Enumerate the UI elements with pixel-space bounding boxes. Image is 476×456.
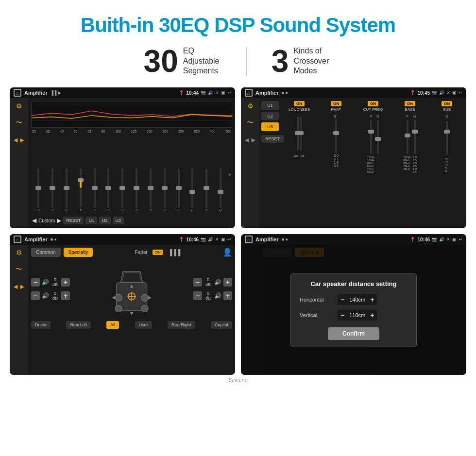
balance-bottom-btns: Driver RearLeft All User RearRight Copil… (31, 321, 232, 329)
back-icon-4[interactable]: ↩ (459, 237, 462, 242)
vertical-minus-btn[interactable]: − (340, 311, 344, 319)
pause-icon-1: ▐▐ ▶ (51, 90, 61, 95)
back-icon-2[interactable]: ↩ (459, 90, 462, 95)
channel-loudness: ON LOUDNESS 64 64 (282, 101, 317, 173)
eq-tune-icon[interactable]: ⚙ (16, 102, 22, 110)
eq-slider-2[interactable]: 0 (46, 169, 59, 212)
confirm-button[interactable]: Confirm (328, 327, 379, 340)
eq-slider-1[interactable]: 0 (32, 169, 45, 212)
rl-db-row: − 🔊 0 dB + (31, 291, 70, 301)
back-icon-3[interactable]: ↩ (227, 237, 231, 242)
loudness-on[interactable]: ON (294, 101, 305, 106)
xover-vol-icon[interactable]: ◄► (243, 136, 257, 144)
rr-plus-btn[interactable]: + (223, 291, 232, 300)
eq-slider-12[interactable]: -1 (186, 169, 199, 212)
x-icon-1: ✕ (215, 90, 219, 95)
bal-spk-icon[interactable]: ◄► (12, 283, 26, 290)
all-btn[interactable]: All (106, 321, 119, 329)
xover-wave-icon[interactable]: 〜 (247, 118, 254, 127)
more-icon[interactable]: » (228, 171, 231, 178)
eq-slider-6[interactable]: 0 (102, 169, 115, 212)
eq-slider-7[interactable]: 0 (116, 169, 129, 212)
eq-slider-9[interactable]: 0 (144, 169, 157, 212)
bal-tune-icon[interactable]: ⚙ (16, 249, 22, 256)
sub-on[interactable]: ON (442, 101, 452, 106)
sub-slider[interactable] (446, 121, 448, 155)
eq-wave-icon[interactable]: 〜 (16, 118, 22, 127)
fl-plus-btn[interactable]: + (61, 278, 70, 287)
distance-content: Common Specialty Car speaker distance se… (241, 245, 466, 375)
fr-plus-btn[interactable]: + (223, 278, 232, 287)
eq-bottom-controls: ◀ Custom ▶ RESET U1 U2 U3 (31, 216, 232, 225)
phat-slider[interactable] (335, 119, 337, 153)
crossover-controls: U1 U2 U3 RESET ON LOUDNESS (261, 101, 464, 225)
horizontal-minus-btn[interactable]: − (340, 296, 344, 304)
cutfreq-on[interactable]: ON (368, 101, 378, 106)
specialty-btn[interactable]: Specialty (64, 248, 93, 257)
rl-plus-btn[interactable]: + (61, 291, 70, 300)
rearleft-btn[interactable]: RearLeft (66, 321, 91, 329)
rr-minus-btn[interactable]: − (193, 291, 202, 300)
status-bar-3: Amplifier ■ ● 📍 10:46 📷 🔊 ✕ ▣ ↩ (10, 234, 235, 245)
preset-u3[interactable]: U3 (261, 122, 279, 131)
bass-slider-g[interactable] (414, 120, 416, 154)
phat-label: PHAT (331, 107, 341, 112)
reset-btn[interactable]: RESET (63, 217, 84, 224)
x-icon-4: ✕ (446, 237, 450, 242)
copilot-btn[interactable]: Copilot (211, 321, 232, 329)
eq-slider-10[interactable]: 0 (158, 169, 171, 212)
rr-speaker-icon: 🔊 (214, 292, 221, 299)
user-btn[interactable]: User (135, 321, 152, 329)
volume-icon-2: 🔊 (439, 90, 444, 95)
screen-icon-4: ▣ (452, 237, 457, 242)
eq-slider-8[interactable]: 0 (130, 169, 143, 212)
phat-on[interactable]: ON (331, 101, 341, 106)
bass-on[interactable]: ON (405, 101, 415, 106)
loudness-slider-r[interactable] (300, 117, 302, 151)
cutfreq-slider-g[interactable] (377, 120, 379, 154)
eq-slider-4[interactable]: 5 (74, 169, 87, 212)
status-left-1: Amplifier ▐▐ ▶ (14, 89, 61, 97)
eq-slider-14[interactable]: -1 (214, 169, 227, 212)
preset-u1[interactable]: U1 (261, 101, 279, 110)
person-icon: 👤 (222, 248, 232, 257)
prev-icon[interactable]: ◀ (32, 217, 36, 224)
eq-slider-13[interactable]: 0 (200, 169, 213, 212)
fader-on[interactable]: ON (153, 250, 163, 255)
preset-label: Custom (38, 218, 55, 223)
fl-minus-btn[interactable]: − (31, 278, 40, 287)
x-icon-3: ✕ (215, 237, 219, 242)
eq-slider-3[interactable]: 0 (60, 169, 73, 212)
u3-btn[interactable]: U3 (113, 217, 124, 224)
home-icon-3[interactable] (14, 236, 21, 243)
u2-btn[interactable]: U2 (99, 217, 111, 224)
horizontal-plus-btn[interactable]: + (370, 296, 374, 304)
eq-slider-5[interactable]: 0 (88, 169, 101, 212)
rearright-btn[interactable]: RearRight (168, 321, 195, 329)
fr-minus-btn[interactable]: − (193, 278, 202, 287)
home-icon-2[interactable] (245, 89, 253, 97)
home-icon-1[interactable] (14, 89, 21, 97)
xover-tune-icon[interactable]: ⚙ (247, 102, 254, 110)
fr-speaker-icon: 🔊 (214, 279, 221, 286)
channel-bass: ON BASS F 100Hz90Hz80Hz70Hz60Hz (392, 101, 427, 173)
camera-icon-4: 📷 (432, 237, 437, 242)
bal-wave-icon[interactable]: 〜 (16, 265, 22, 274)
back-icon-1[interactable]: ↩ (227, 90, 231, 95)
next-icon[interactable]: ▶ (57, 217, 61, 224)
crossover-reset[interactable]: RESET (261, 135, 284, 143)
phat-vals: 3.02.11.30.5 (334, 154, 339, 168)
eq-slider-11[interactable]: 0 (172, 169, 185, 212)
home-icon-4[interactable] (245, 236, 253, 243)
driver-btn[interactable]: Driver (31, 321, 51, 329)
rl-minus-btn[interactable]: − (31, 291, 40, 300)
preset-u2[interactable]: U2 (261, 112, 279, 120)
vertical-plus-btn[interactable]: + (370, 311, 374, 319)
screen-eq: Amplifier ▐▐ ▶ 📍 10:44 📷 🔊 ✕ ▣ ↩ ⚙ 〜 ◄► (10, 87, 235, 228)
u1-btn[interactable]: U1 (85, 217, 97, 224)
eq-volume-icon[interactable]: ◄► (12, 136, 26, 144)
cutfreq-slider-f[interactable] (370, 120, 372, 154)
common-btn[interactable]: Common (31, 248, 61, 257)
bass-slider-f[interactable] (407, 120, 408, 154)
right-speaker-col: − 0 dB 🔊 + − 0 dB 🔊 + (193, 277, 232, 301)
